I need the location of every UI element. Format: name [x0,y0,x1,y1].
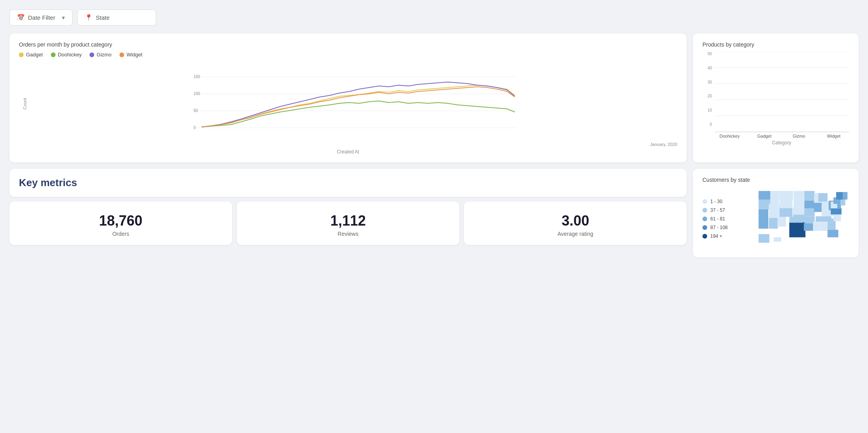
date-filter-label: Date Filter [28,14,55,21]
svg-rect-32 [805,208,815,216]
metric-orders-value: 18,760 [17,213,224,229]
svg-rect-16 [770,191,779,204]
svg-rect-24 [793,191,804,198]
legend-label-gadget: Gadget [26,52,43,58]
key-metrics-title: Key metrics [19,177,677,189]
svg-rect-47 [831,208,842,215]
legend-dot-gadget [19,52,24,57]
state-filter-label: State [96,14,110,21]
line-chart-title: Orders per month by product category [19,41,677,48]
svg-rect-21 [779,191,793,200]
left-bottom-section: Key metrics 18,760 Orders 1,112 Reviews … [9,169,687,258]
legend-dot-87-108 [702,225,707,230]
legend-range-61-81: 61 - 81 [710,216,725,222]
svg-text:50: 50 [194,108,198,113]
legend-doohickey: Doohickey [51,52,82,58]
svg-rect-20 [777,216,786,226]
map-content: 1 - 30 37 - 57 61 - 81 87 - 108 194 + [702,188,849,250]
svg-rect-54 [758,234,769,243]
bar-y-0: 0 [710,122,712,127]
svg-text:0: 0 [194,125,196,130]
line-chart-svg: 0 50 100 150 [33,61,677,140]
svg-rect-46 [833,214,841,221]
map-title: Customers by state [702,177,849,183]
svg-rect-55 [774,237,781,242]
metric-reviews-label: Reviews [245,231,452,237]
state-filter-button[interactable]: 📍 State [77,9,156,26]
bar-chart-title: Products by category [702,41,849,48]
svg-rect-30 [805,191,815,201]
date-filter-button[interactable]: 📅 Date Filter ▾ [9,9,73,26]
legend-dot-194-plus [702,234,707,239]
bar-chart-card: Products by category 0 10 20 30 40 50 [693,34,859,162]
svg-rect-13 [758,191,770,200]
line-chart-card: Orders per month by product category Gad… [9,34,687,162]
legend-dot-widget [119,52,124,57]
metric-reviews: 1,112 Reviews [237,202,460,245]
x-axis-label: Created At [19,149,677,155]
legend-label-gizmo: Gizmo [97,52,112,58]
svg-text:150: 150 [194,75,200,79]
metric-rating: 3.00 Average rating [464,202,687,245]
svg-rect-28 [789,222,805,237]
legend-range-1-30: 1 - 30 [710,199,723,204]
svg-rect-17 [769,204,777,218]
bottom-row: Key metrics 18,760 Orders 1,112 Reviews … [9,169,859,258]
filter-bar: 📅 Date Filter ▾ 📍 State [9,9,859,26]
legend-dot-61-81 [702,216,707,221]
svg-rect-22 [780,200,793,208]
bar-x-gadget: Gadget [749,134,780,138]
bar-x-gizmo: Gizmo [784,134,814,138]
bar-grid [714,52,849,132]
bar-y-10: 10 [708,108,712,112]
svg-rect-37 [818,193,827,202]
line-chart-legend: Gadget Doohickey Gizmo Widget [19,52,677,58]
legend-87-108: 87 - 108 [702,225,746,230]
svg-rect-29 [789,217,803,223]
svg-rect-23 [780,208,793,217]
svg-rect-26 [793,207,805,215]
legend-61-81: 61 - 81 [702,216,746,222]
legend-37-57: 37 - 57 [702,207,746,213]
top-row: Orders per month by product category Gad… [9,34,859,162]
metric-orders: 18,760 Orders [9,202,232,245]
svg-rect-36 [814,203,822,212]
svg-rect-45 [827,230,838,237]
bar-x-doohickey: Doohickey [714,134,745,138]
legend-range-37-57: 37 - 57 [710,207,725,213]
bar-x-axis-label: Category [714,140,849,146]
x-date-label: January, 2020 [33,142,677,147]
svg-rect-14 [758,200,770,209]
svg-rect-25 [793,198,804,207]
svg-text:100: 100 [194,91,200,96]
legend-range-194-plus: 194 + [710,233,722,239]
map-legend: 1 - 30 37 - 57 61 - 81 87 - 108 194 + [702,199,746,239]
metrics-row: 18,760 Orders 1,112 Reviews 3.00 Average… [9,202,687,245]
bar-y-20: 20 [708,94,712,98]
legend-dot-gizmo [89,52,94,57]
legend-dot-1-30 [702,199,707,204]
legend-1-30: 1 - 30 [702,199,746,204]
svg-rect-31 [805,201,815,208]
legend-label-widget: Widget [127,52,142,58]
legend-label-doohickey: Doohickey [58,52,82,58]
metric-orders-label: Orders [17,231,224,237]
svg-rect-52 [840,200,845,205]
location-icon: 📍 [85,14,93,21]
bar-y-50: 50 [708,52,712,56]
svg-rect-42 [813,222,820,231]
legend-194-plus: 194 + [702,233,746,239]
legend-dot-37-57 [702,208,707,213]
svg-rect-15 [758,209,768,229]
legend-range-87-108: 87 - 108 [710,225,728,230]
customers-map-card: Customers by state 1 - 30 37 - 57 61 - 8… [693,169,859,258]
legend-dot-doohickey [51,52,56,57]
svg-rect-34 [804,223,814,231]
chevron-down-icon: ▾ [62,14,65,21]
svg-rect-53 [843,192,848,200]
metric-rating-value: 3.00 [472,213,679,229]
svg-rect-43 [821,222,828,231]
calendar-icon: 📅 [17,14,25,21]
metric-reviews-value: 1,112 [245,213,452,229]
us-map-svg [752,188,849,248]
